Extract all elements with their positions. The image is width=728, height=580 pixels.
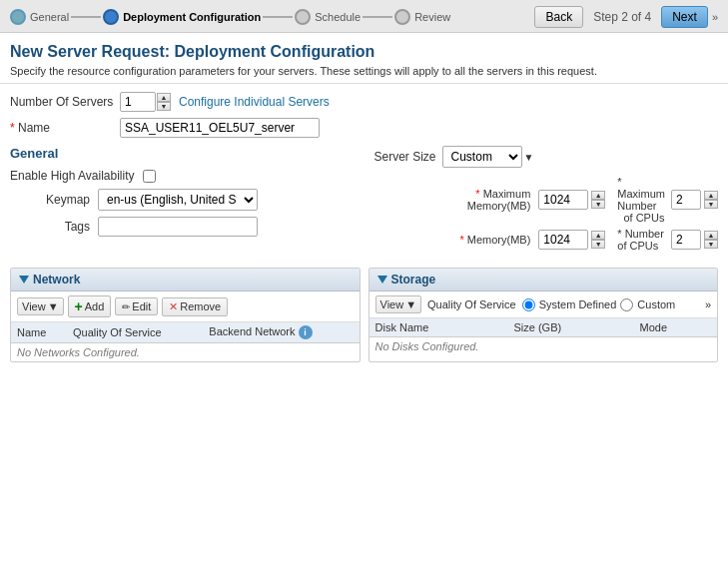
storage-collapse-icon[interactable] <box>377 276 387 284</box>
tags-label: Tags <box>10 220 90 234</box>
enable-ha-label: Enable High Availability <box>10 169 135 183</box>
storage-col-diskname: Disk Name <box>369 318 508 337</box>
network-col-backend: Backend Network i <box>203 322 359 343</box>
network-view-dropdown[interactable]: View ▼ <box>17 297 64 315</box>
network-add-button[interactable]: + Add <box>68 295 112 317</box>
wizard-step-schedule[interactable]: Schedule <box>295 9 361 25</box>
name-required-star: * <box>10 121 15 135</box>
next-button[interactable]: Next <box>661 6 708 28</box>
two-column-layout: General Enable High Availability Keymap … <box>10 146 718 252</box>
network-empty-row: No Networks Configured. <box>11 343 360 362</box>
step-label-general: General <box>30 11 69 23</box>
max-memory-label: * MaximumMemory(MB) <box>467 188 531 212</box>
max-memory-decrement[interactable]: ▼ <box>591 200 605 209</box>
enable-ha-checkbox[interactable] <box>143 170 156 183</box>
wizard-step-deployment[interactable]: Deployment Configuration <box>103 9 261 25</box>
num-servers-label: Number Of Servers <box>10 95 120 109</box>
max-cpus-spinner: ▲ ▼ <box>704 191 718 209</box>
storage-view-dropdown[interactable]: View ▼ <box>375 295 422 313</box>
network-remove-button[interactable]: ✕ Remove <box>162 297 228 316</box>
server-size-row: Server Size Custom ▼ <box>374 146 719 168</box>
storage-table: Disk Name Size (GB) Mode No Disks Config… <box>369 318 718 355</box>
step-circle-review <box>394 9 410 25</box>
storage-view-chevron-icon: ▼ <box>405 298 416 310</box>
storage-empty-message: No Disks Configured. <box>369 337 718 356</box>
storage-panel: Storage View ▼ Quality Of Service System… <box>368 268 719 362</box>
memory-decrement[interactable]: ▼ <box>591 240 605 249</box>
storage-col-size: Size (GB) <box>507 318 633 337</box>
num-servers-spinner: 1 ▲ ▼ <box>120 92 171 112</box>
max-memory-field: * MaximumMemory(MB) <box>374 176 531 224</box>
wizard-connector-3 <box>363 16 392 18</box>
storage-more-icon[interactable]: » <box>705 298 711 310</box>
num-servers-input[interactable]: 1 <box>120 92 156 112</box>
network-col-qos: Quality Of Service <box>67 322 203 343</box>
network-col-name: Name <box>11 322 67 343</box>
wizard-steps: General Deployment Configuration Schedul… <box>10 9 534 25</box>
server-size-dropdown-icon: ▼ <box>524 152 534 163</box>
name-label: * Name <box>10 121 120 135</box>
qos-system-label: System Defined <box>539 298 617 310</box>
max-memory-input[interactable]: 1024 <box>538 190 588 210</box>
network-toolbar: View ▼ + Add ✏ Edit ✕ Remove <box>11 291 360 322</box>
wizard-step-general[interactable]: General <box>10 9 69 25</box>
num-cpus-increment[interactable]: ▲ <box>704 231 718 240</box>
step-circle-deployment <box>103 9 119 25</box>
page-title: New Server Request: Deployment Configura… <box>10 43 718 61</box>
step-label-schedule: Schedule <box>315 11 361 23</box>
network-panel: Network View ▼ + Add ✏ Edit ✕ Remove <box>10 268 361 362</box>
name-input[interactable]: SSA_USER11_OEL5U7_server <box>120 118 320 138</box>
step-circle-general <box>10 9 26 25</box>
qos-system-radio[interactable] <box>522 298 535 311</box>
back-button[interactable]: Back <box>534 6 583 28</box>
num-cpus-decrement[interactable]: ▼ <box>704 240 718 249</box>
memory-label: * Memory(MB) <box>459 234 530 246</box>
bottom-panels: Network View ▼ + Add ✏ Edit ✕ Remove <box>10 268 718 362</box>
memory-increment[interactable]: ▲ <box>591 231 605 240</box>
keymap-select[interactable]: en-us (English, United States) <box>98 189 258 211</box>
network-panel-header: Network <box>11 269 360 291</box>
tags-row: Tags <box>10 217 355 237</box>
qos-custom-radio[interactable] <box>620 298 633 311</box>
num-cpus-spinner: ▲ ▼ <box>704 231 718 249</box>
memory-input[interactable]: 1024 <box>538 230 588 250</box>
page-header: New Server Request: Deployment Configura… <box>0 33 728 84</box>
memory-spinner: ▲ ▼ <box>591 231 605 249</box>
wizard-step-review[interactable]: Review <box>394 9 450 25</box>
num-servers-decrement[interactable]: ▼ <box>157 102 171 111</box>
configure-individual-link[interactable]: Configure Individual Servers <box>179 95 330 109</box>
step-label-deployment: Deployment Configuration <box>123 11 261 23</box>
num-servers-spinner-btns: ▲ ▼ <box>157 93 171 111</box>
add-icon: + <box>75 298 83 314</box>
num-servers-increment[interactable]: ▲ <box>157 93 171 102</box>
server-size-label: Server Size <box>374 150 436 164</box>
memory-field: * Memory(MB) <box>374 228 531 252</box>
num-cpus-label: * Number of CPUs <box>617 228 665 252</box>
step-label-review: Review <box>414 11 450 23</box>
server-size-section: Server Size Custom ▼ * MaximumMemory(MB)… <box>374 146 719 252</box>
network-collapse-icon[interactable] <box>19 276 29 284</box>
name-row: * Name SSA_USER11_OEL5U7_server <box>10 118 718 138</box>
keymap-label: Keymap <box>10 193 90 207</box>
memory-input-group: 1024 ▲ ▼ * Number of CPUs 2 ▲ ▼ <box>538 228 718 252</box>
max-cpus-label: * Maximum Number of CPUs <box>617 176 665 224</box>
max-cpus-increment[interactable]: ▲ <box>704 191 718 200</box>
max-memory-input-group: 1024 ▲ ▼ * Maximum Number of CPUs 2 ▲ ▼ <box>538 176 718 224</box>
page-subtitle: Specify the resource configuration param… <box>10 65 718 77</box>
max-memory-increment[interactable]: ▲ <box>591 191 605 200</box>
backend-network-info-icon[interactable]: i <box>299 325 313 339</box>
storage-col-mode: Mode <box>634 318 718 337</box>
network-edit-button[interactable]: ✏ Edit <box>115 297 158 315</box>
view-chevron-icon: ▼ <box>48 300 59 312</box>
max-cpus-input[interactable]: 2 <box>671 190 701 210</box>
storage-empty-row: No Disks Configured. <box>369 337 718 356</box>
next-chevron-icon: » <box>712 11 718 23</box>
tags-input[interactable] <box>98 217 258 237</box>
num-cpus-input[interactable]: 2 <box>671 230 701 250</box>
qos-radio-group: System Defined Custom <box>522 298 676 311</box>
storage-toolbar: View ▼ Quality Of Service System Defined… <box>369 291 718 318</box>
max-cpus-decrement[interactable]: ▼ <box>704 200 718 209</box>
server-size-select[interactable]: Custom <box>442 146 522 168</box>
general-section: General Enable High Availability Keymap … <box>10 146 355 252</box>
size-grid: * MaximumMemory(MB) 1024 ▲ ▼ * Maximum N… <box>374 176 719 252</box>
